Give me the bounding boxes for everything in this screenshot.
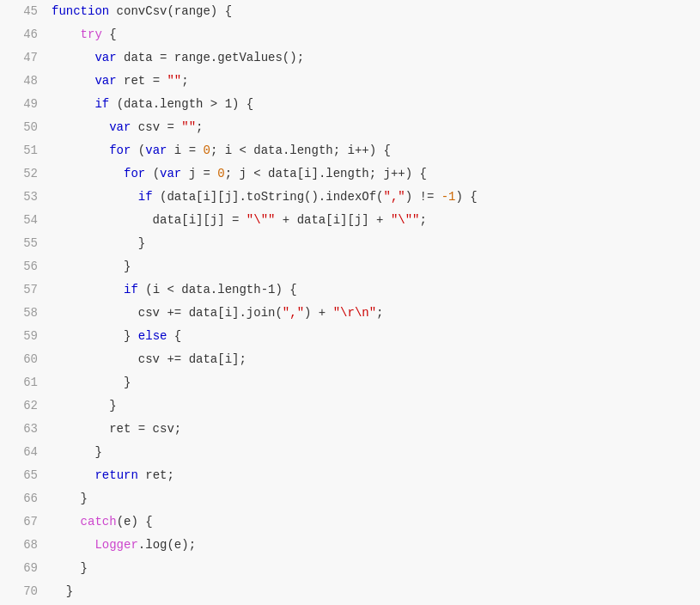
line-content: Logger.log(e); bbox=[52, 534, 700, 557]
line-number: 66 bbox=[0, 487, 52, 510]
line-number: 62 bbox=[0, 394, 52, 418]
line-content: for (var j = 0; j < data[i].length; j++)… bbox=[52, 162, 700, 186]
line-number: 46 bbox=[0, 23, 52, 46]
line-number: 65 bbox=[0, 464, 52, 487]
line-content: } bbox=[52, 371, 700, 394]
line-content: if (data.length > 1) { bbox=[52, 93, 700, 116]
line-content: } bbox=[52, 232, 700, 255]
line-number: 63 bbox=[0, 418, 52, 441]
code-line: 58 csv += data[i].join(",") + "\r\n"; bbox=[0, 302, 700, 325]
line-content: if (data[i][j].toString().indexOf(",") !… bbox=[52, 186, 700, 209]
line-number: 48 bbox=[0, 70, 52, 93]
code-line: 48 var ret = ""; bbox=[0, 70, 700, 93]
code-line: 54 data[i][j] = "\"" + data[i][j] + "\""… bbox=[0, 209, 700, 232]
line-number: 70 bbox=[0, 580, 52, 603]
code-line: 51 for (var i = 0; i < data.length; i++)… bbox=[0, 139, 700, 162]
line-content: } bbox=[52, 441, 700, 464]
code-line: 59 } else { bbox=[0, 325, 700, 348]
line-content: csv += data[i]; bbox=[52, 348, 700, 371]
line-content: var csv = ""; bbox=[52, 116, 700, 139]
line-content: } bbox=[52, 557, 700, 580]
code-line: 46 try { bbox=[0, 23, 700, 46]
line-number: 54 bbox=[0, 209, 52, 232]
line-number: 56 bbox=[0, 255, 52, 278]
line-number: 53 bbox=[0, 186, 52, 209]
line-number: 47 bbox=[0, 46, 52, 70]
code-line: 57 if (i < data.length-1) { bbox=[0, 278, 700, 302]
code-line: 62 } bbox=[0, 394, 700, 418]
line-number: 60 bbox=[0, 348, 52, 371]
line-number: 55 bbox=[0, 232, 52, 255]
line-content: } bbox=[52, 255, 700, 278]
code-line: 65 return ret; bbox=[0, 464, 700, 487]
code-line: 49 if (data.length > 1) { bbox=[0, 93, 700, 116]
line-content: catch(e) { bbox=[52, 510, 700, 534]
line-content: if (i < data.length-1) { bbox=[52, 278, 700, 302]
line-content: var data = range.getValues(); bbox=[52, 46, 700, 70]
code-line: 64 } bbox=[0, 441, 700, 464]
code-line: 70 } bbox=[0, 580, 700, 603]
code-line: 67 catch(e) { bbox=[0, 510, 700, 534]
code-line: 56 } bbox=[0, 255, 700, 278]
line-number: 69 bbox=[0, 557, 52, 580]
line-content: for (var i = 0; i < data.length; i++) { bbox=[52, 139, 700, 162]
line-number: 49 bbox=[0, 93, 52, 116]
line-number: 61 bbox=[0, 371, 52, 394]
code-line: 68 Logger.log(e); bbox=[0, 534, 700, 557]
line-content: return ret; bbox=[52, 464, 700, 487]
code-line: 47 var data = range.getValues(); bbox=[0, 46, 700, 70]
line-number: 68 bbox=[0, 534, 52, 557]
line-number: 50 bbox=[0, 116, 52, 139]
code-line: 53 if (data[i][j].toString().indexOf(","… bbox=[0, 186, 700, 209]
line-number: 59 bbox=[0, 325, 52, 348]
code-line: 61 } bbox=[0, 371, 700, 394]
code-line: 52 for (var j = 0; j < data[i].length; j… bbox=[0, 162, 700, 186]
line-content: } else { bbox=[52, 325, 700, 348]
line-number: 67 bbox=[0, 510, 52, 534]
code-line: 69 } bbox=[0, 557, 700, 580]
line-number: 64 bbox=[0, 441, 52, 464]
line-content: data[i][j] = "\"" + data[i][j] + "\""; bbox=[52, 209, 700, 232]
line-number: 51 bbox=[0, 139, 52, 162]
line-number: 57 bbox=[0, 278, 52, 302]
line-content: var ret = ""; bbox=[52, 70, 700, 93]
code-line: 45function convCsv(range) { bbox=[0, 0, 700, 23]
line-number: 52 bbox=[0, 162, 52, 186]
line-content: try { bbox=[52, 23, 700, 46]
line-content: ret = csv; bbox=[52, 418, 700, 441]
line-number: 58 bbox=[0, 302, 52, 325]
line-content: } bbox=[52, 394, 700, 418]
line-number: 45 bbox=[0, 0, 52, 23]
code-line: 66 } bbox=[0, 487, 700, 510]
line-content: csv += data[i].join(",") + "\r\n"; bbox=[52, 302, 700, 325]
line-content: function convCsv(range) { bbox=[52, 0, 700, 23]
line-content: } bbox=[52, 580, 700, 603]
code-line: 60 csv += data[i]; bbox=[0, 348, 700, 371]
code-editor: 45function convCsv(range) {46 try {47 va… bbox=[0, 0, 700, 605]
code-line: 50 var csv = ""; bbox=[0, 116, 700, 139]
code-line: 55 } bbox=[0, 232, 700, 255]
line-content: } bbox=[52, 487, 700, 510]
code-line: 63 ret = csv; bbox=[0, 418, 700, 441]
